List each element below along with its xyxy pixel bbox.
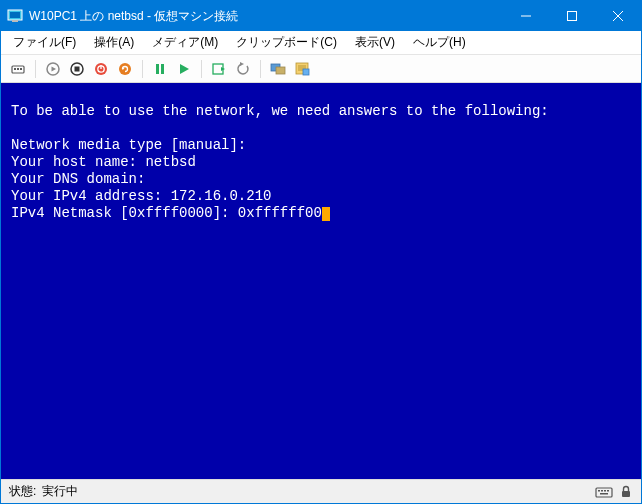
svg-marker-25 (240, 62, 244, 66)
terminal-output: To be able to use the network, we need a… (11, 103, 631, 222)
svg-rect-21 (161, 64, 164, 74)
menu-help[interactable]: ヘルプ(H) (405, 32, 474, 53)
svg-point-18 (119, 63, 131, 75)
svg-rect-37 (607, 490, 609, 492)
lock-icon (619, 485, 633, 499)
toolbar (1, 55, 641, 83)
vm-display[interactable]: To be able to use the network, we need a… (1, 83, 641, 479)
revert-button[interactable] (232, 58, 254, 80)
svg-marker-12 (52, 66, 57, 71)
window-title: W10PC1 上の netbsd - 仮想マシン接続 (29, 8, 503, 25)
menubar: ファイル(F) 操作(A) メディア(M) クリップボード(C) 表示(V) ヘ… (1, 31, 641, 55)
menu-file[interactable]: ファイル(F) (5, 32, 84, 53)
svg-rect-10 (20, 68, 22, 70)
enhanced-session-button[interactable] (267, 58, 289, 80)
status-value: 実行中 (42, 483, 78, 500)
svg-rect-36 (604, 490, 606, 492)
separator (35, 60, 36, 78)
separator (201, 60, 202, 78)
minimize-button[interactable] (503, 1, 549, 31)
app-icon (7, 8, 23, 24)
svg-rect-20 (156, 64, 159, 74)
terminal-line: Network media type [manual]: (11, 137, 246, 153)
terminal-line: Your IPv4 address: 172.16.0.210 (11, 188, 271, 204)
svg-rect-14 (75, 66, 80, 71)
svg-rect-4 (568, 12, 577, 21)
svg-rect-27 (276, 67, 285, 74)
svg-rect-8 (14, 68, 16, 70)
separator (260, 60, 261, 78)
svg-marker-22 (180, 64, 189, 74)
menu-clipboard[interactable]: クリップボード(C) (228, 32, 345, 53)
statusbar: 状態: 実行中 (1, 479, 641, 503)
svg-rect-33 (596, 488, 612, 497)
cursor-icon (322, 207, 330, 221)
turnoff-button[interactable] (66, 58, 88, 80)
svg-rect-34 (598, 490, 600, 492)
checkpoint-button[interactable] (208, 58, 230, 80)
ctrl-alt-del-button[interactable] (7, 58, 29, 80)
titlebar[interactable]: W10PC1 上の netbsd - 仮想マシン接続 (1, 1, 641, 31)
keyboard-icon (595, 485, 613, 499)
terminal-line: Your DNS domain: (11, 171, 145, 187)
start-button[interactable] (42, 58, 64, 80)
svg-rect-35 (601, 490, 603, 492)
svg-rect-38 (600, 493, 608, 495)
svg-rect-9 (17, 68, 19, 70)
terminal-line: IPv4 Netmask [0xffff0000]: 0xffffff00 (11, 205, 322, 221)
terminal-line: To be able to use the network, we need a… (11, 103, 549, 119)
svg-rect-39 (622, 491, 630, 497)
maximize-button[interactable] (549, 1, 595, 31)
share-button[interactable] (291, 58, 313, 80)
separator (142, 60, 143, 78)
close-button[interactable] (595, 1, 641, 31)
terminal-line: Your host name: netbsd (11, 154, 196, 170)
pause-button[interactable] (149, 58, 171, 80)
menu-action[interactable]: 操作(A) (86, 32, 142, 53)
svg-rect-2 (12, 20, 18, 22)
resume-button[interactable] (173, 58, 195, 80)
vm-connection-window: W10PC1 上の netbsd - 仮想マシン接続 ファイル(F) 操作(A)… (0, 0, 642, 504)
shutdown-button[interactable] (90, 58, 112, 80)
svg-rect-32 (303, 69, 309, 75)
menu-view[interactable]: 表示(V) (347, 32, 403, 53)
status-label: 状態: (9, 483, 36, 500)
reset-button[interactable] (114, 58, 136, 80)
svg-rect-1 (10, 12, 20, 18)
menu-media[interactable]: メディア(M) (144, 32, 226, 53)
